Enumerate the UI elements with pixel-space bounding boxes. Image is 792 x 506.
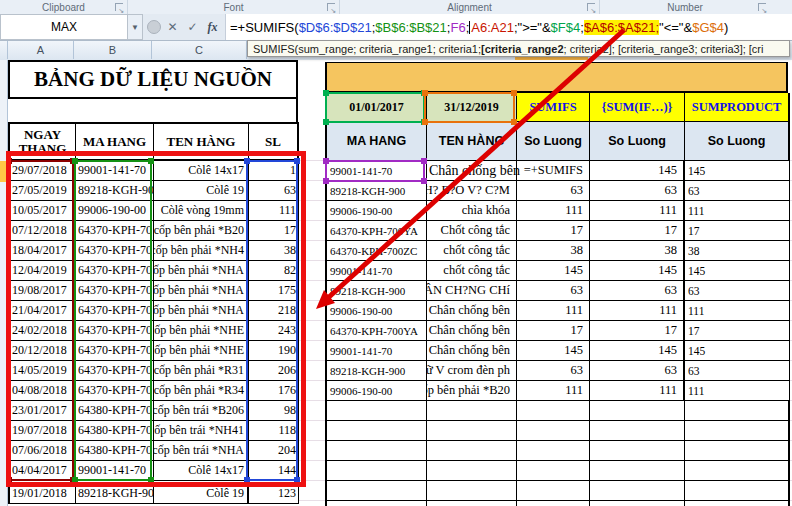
cell-empty[interactable] (685, 481, 790, 501)
method-header-sumproduct[interactable]: SUMPRODUCT (685, 93, 790, 122)
cell-code[interactable]: 99006-190-00 (327, 301, 427, 321)
cell-sumif-array-value[interactable]: 145 (590, 341, 685, 361)
cell-code[interactable]: 99006-190-00 (327, 201, 427, 221)
cell-sumifs-value[interactable]: 63 (517, 181, 590, 201)
cell-sumifs-value[interactable]: 145 (517, 261, 590, 281)
column-header-c[interactable]: C (152, 40, 247, 59)
cell-code[interactable]: 89218-KGH-900 (327, 181, 427, 201)
cell-sumproduct-value[interactable]: 38 (685, 241, 790, 261)
cell-empty[interactable] (327, 401, 427, 421)
cell-name[interactable]: cốp bên trái *B206 (154, 401, 249, 421)
cell-empty[interactable] (327, 461, 427, 481)
cell-sumproduct-value[interactable]: 63 (685, 281, 790, 301)
cell-date[interactable]: 24/02/2018 (10, 321, 76, 341)
cell-date[interactable]: 27/05/2019 (10, 181, 76, 201)
cell-name[interactable]: Còlê 14x17 (154, 161, 249, 181)
cell-name[interactable]: cốp bên phải *B20 (427, 381, 517, 401)
cell-code[interactable]: 64370-KPH-70 (76, 261, 154, 281)
cell-name[interactable]: CH? B?O V? C?M (427, 181, 517, 201)
column-header-cell[interactable]: MA HANG (76, 124, 154, 159)
cell-sumif-array-value[interactable]: 63 (590, 361, 685, 381)
worksheet[interactable]: BẢNG DỮ LIỆU NGUỒN NGAY THANGMA HANGTEN … (0, 60, 792, 506)
cell-sumifs-value[interactable]: 17 (517, 321, 590, 341)
cell-empty[interactable] (427, 501, 517, 506)
cell-name[interactable]: cốp bên phải *B20 (154, 221, 249, 241)
cell-date-from[interactable]: 01/01/2017 (327, 93, 427, 122)
cell-code[interactable]: 64370-KPH-70 (76, 221, 154, 241)
cell-code[interactable]: 64380-KPH-70 (76, 401, 154, 421)
cell-sumproduct-value[interactable]: 111 (685, 381, 790, 401)
cell-code[interactable]: 64370-KPH-70 (76, 381, 154, 401)
cell-code[interactable]: 99001-141-70 (327, 161, 427, 181)
cell-qty[interactable]: 144 (249, 461, 299, 481)
column-header-cell[interactable]: SL (249, 124, 299, 159)
cell-name[interactable]: Chân chống bên (427, 161, 517, 181)
cell-empty[interactable] (327, 501, 427, 506)
cell-name[interactable]: cốp bên phải *NHE (154, 321, 249, 341)
dialog-launcher-icon[interactable]: ↘ (327, 3, 335, 11)
cell-code[interactable]: 64370-KPH-70 (76, 341, 154, 361)
cell-name[interactable]: cốp bên phải *R34 (154, 381, 249, 401)
cell-name[interactable]: cốp bên phải *NHA (154, 301, 249, 321)
cell-sumif-array-value[interactable]: 63 (590, 281, 685, 301)
cell-empty[interactable] (685, 421, 790, 441)
cell-date[interactable]: 04/08/2018 (10, 381, 76, 401)
cell-date[interactable]: 21/04/2017 (10, 301, 76, 321)
cell-qty[interactable]: 17 (249, 221, 299, 241)
cell-code[interactable]: 99001-141-70 (76, 161, 154, 181)
dialog-launcher-icon[interactable]: ↘ (115, 3, 123, 11)
cell-date[interactable]: 20/12/2018 (10, 341, 76, 361)
cell-empty[interactable] (590, 441, 685, 461)
cell-empty[interactable] (590, 421, 685, 441)
cell-empty[interactable] (517, 441, 590, 461)
cell-code[interactable]: 99001-141-70 (327, 341, 427, 361)
cell-sumifs-value[interactable]: 111 (517, 381, 590, 401)
cell-empty[interactable] (590, 501, 685, 506)
cell-empty[interactable] (327, 441, 427, 461)
enter-icon[interactable]: ✓ (184, 18, 201, 36)
cell-sumif-array-value[interactable]: 111 (590, 381, 685, 401)
cell-qty[interactable]: 38 (249, 241, 299, 261)
cell-date-to[interactable]: 31/12/2019 (427, 93, 517, 122)
cell-empty[interactable] (685, 461, 790, 481)
cell[interactable]: 89218-KGH-90 (76, 484, 154, 504)
cell-sumifs-value[interactable]: 63 (517, 361, 590, 381)
cell-code[interactable]: 64380-KPH-70 (76, 421, 154, 441)
cell-qty[interactable]: 243 (249, 321, 299, 341)
cell-name[interactable]: chữ V crom đèn ph (427, 361, 517, 381)
cell-sumif-array-value[interactable]: 145 (590, 261, 685, 281)
cell-empty[interactable] (590, 461, 685, 481)
cell[interactable]: Còlê 19 (154, 484, 249, 504)
cell-sumif-array-value[interactable]: 38 (590, 241, 685, 261)
cell-date[interactable]: 14/05/2019 (10, 361, 76, 381)
cell-code[interactable]: 99006-190-00 (327, 381, 427, 401)
cell-code[interactable]: 64370-KPH-70 (76, 301, 154, 321)
column-header-b[interactable]: B (74, 40, 152, 59)
cell-name[interactable]: Chốt công tắc (427, 221, 517, 241)
cell-code[interactable]: 99001-141-70 (327, 261, 427, 281)
cell-empty[interactable] (517, 461, 590, 481)
cell-date[interactable]: 19/07/2018 (10, 421, 76, 441)
cell-sumifs-value[interactable]: =+SUMIFS (517, 161, 590, 181)
cell-empty[interactable] (517, 501, 590, 506)
dialog-launcher-icon[interactable]: ↘ (758, 3, 766, 11)
cell[interactable]: 19/01/2018 (10, 484, 76, 504)
cell-name[interactable]: Chân chống bên (427, 321, 517, 341)
cell-empty[interactable] (427, 461, 517, 481)
cell-code[interactable]: 64370-KPH-70 (76, 281, 154, 301)
name-box[interactable]: MAX (0, 14, 128, 40)
cell-qty[interactable]: 204 (249, 441, 299, 461)
cell-code[interactable]: 89218-KGH-900 (327, 281, 427, 301)
cell-sumifs-value[interactable]: 111 (517, 301, 590, 321)
cell-sumifs-value[interactable]: 111 (517, 201, 590, 221)
cell-sumifs-value[interactable]: 38 (517, 241, 590, 261)
cell-qty[interactable]: 82 (249, 261, 299, 281)
column-header-cell[interactable]: So Luong (517, 122, 590, 161)
cell-sumproduct-value[interactable]: 17 (685, 221, 790, 241)
cell-sumproduct-value[interactable]: 63 (685, 181, 790, 201)
cell-name[interactable]: Chân chống bên (427, 301, 517, 321)
cell-sumproduct-value[interactable]: 111 (685, 301, 790, 321)
cell-code[interactable]: 89218-KGH-90 (76, 181, 154, 201)
cell-code[interactable]: 64370-KPH-700YA (327, 321, 427, 341)
method-header-sumif-array[interactable]: {SUM(IF…)} (590, 93, 685, 122)
